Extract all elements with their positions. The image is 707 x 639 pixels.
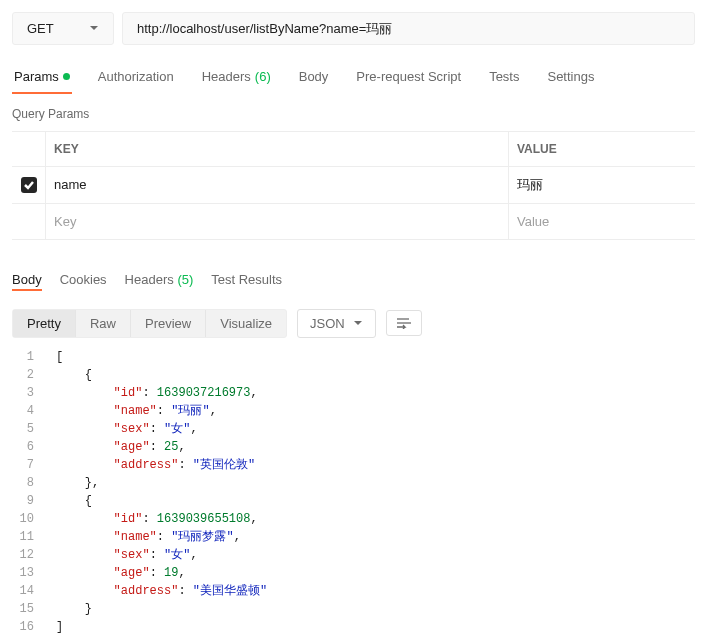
- param-key-empty-input[interactable]: [54, 214, 500, 229]
- view-raw[interactable]: Raw: [76, 310, 131, 337]
- view-preview[interactable]: Preview: [131, 310, 206, 337]
- chevron-down-icon: [89, 21, 99, 36]
- view-visualize[interactable]: Visualize: [206, 310, 286, 337]
- params-table: KEY VALUE: [12, 131, 695, 240]
- tab-tests[interactable]: Tests: [487, 61, 521, 94]
- json-viewer: 12345678910111213141516 [ { "id": 163903…: [0, 348, 707, 636]
- tab-prerequest[interactable]: Pre-request Script: [354, 61, 463, 94]
- tab-authorization[interactable]: Authorization: [96, 61, 176, 94]
- wrap-icon: [397, 317, 411, 329]
- format-select[interactable]: JSON: [297, 309, 376, 338]
- param-value-input[interactable]: [517, 178, 687, 193]
- view-mode-group: Pretty Raw Preview Visualize: [12, 309, 287, 338]
- tab-settings[interactable]: Settings: [545, 61, 596, 94]
- response-tab-cookies[interactable]: Cookies: [60, 268, 107, 291]
- param-value-empty-input[interactable]: [517, 214, 687, 229]
- url-input[interactable]: [122, 12, 695, 45]
- tab-body[interactable]: Body: [297, 61, 331, 94]
- param-checkbox[interactable]: [21, 177, 37, 193]
- params-header-value: VALUE: [509, 132, 695, 166]
- params-row: [12, 167, 695, 204]
- view-pretty[interactable]: Pretty: [13, 310, 76, 337]
- tab-headers[interactable]: Headers (6): [200, 61, 273, 94]
- param-key-input[interactable]: [54, 177, 500, 192]
- response-tab-testresults[interactable]: Test Results: [211, 268, 282, 291]
- tab-params[interactable]: Params: [12, 61, 72, 94]
- params-header-key: KEY: [46, 132, 509, 166]
- response-tab-body[interactable]: Body: [12, 268, 42, 291]
- response-tab-headers[interactable]: Headers (5): [125, 268, 194, 291]
- method-select[interactable]: GET: [12, 12, 114, 45]
- wrap-lines-button[interactable]: [386, 310, 422, 336]
- query-params-label: Query Params: [0, 93, 707, 131]
- chevron-down-icon: [353, 316, 363, 331]
- params-modified-dot: [63, 73, 70, 80]
- method-value: GET: [27, 21, 54, 36]
